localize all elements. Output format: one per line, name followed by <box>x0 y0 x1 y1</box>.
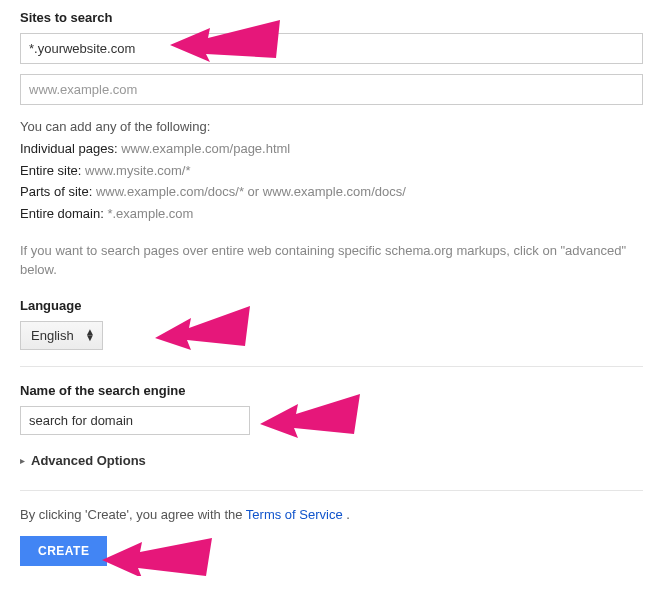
arrow-annotation-icon <box>260 394 360 444</box>
engine-name-label: Name of the search engine <box>20 383 643 398</box>
svg-marker-2 <box>260 394 360 438</box>
create-button[interactable]: CREATE <box>20 536 107 566</box>
arrow-annotation-icon <box>155 306 250 356</box>
arrow-annotation-icon <box>102 538 212 576</box>
advanced-options-toggle[interactable]: ▸ Advanced Options <box>20 453 643 468</box>
svg-marker-3 <box>102 538 212 576</box>
sites-to-search-label: Sites to search <box>20 10 643 25</box>
language-label: Language <box>20 298 643 313</box>
site-url-input[interactable] <box>20 33 643 64</box>
language-select[interactable]: English <box>20 321 103 350</box>
expand-icon: ▸ <box>20 455 25 466</box>
help-intro: You can add any of the following: <box>20 117 643 138</box>
help-line: Individual pages: www.example.com/page.h… <box>20 139 643 160</box>
divider <box>20 366 643 367</box>
help-text-block: You can add any of the following: Indivi… <box>20 117 643 225</box>
advanced-options-label: Advanced Options <box>31 453 146 468</box>
terms-link[interactable]: Terms of Service <box>246 507 343 522</box>
help-line: Entire site: www.mysite.com/* <box>20 161 643 182</box>
agree-text: By clicking 'Create', you agree with the… <box>20 507 643 522</box>
add-site-input[interactable] <box>20 74 643 105</box>
schema-hint: If you want to search pages over entire … <box>20 241 643 280</box>
divider <box>20 490 643 491</box>
help-line: Parts of site: www.example.com/docs/* or… <box>20 182 643 203</box>
engine-name-input[interactable] <box>20 406 250 435</box>
help-line: Entire domain: *.example.com <box>20 204 643 225</box>
